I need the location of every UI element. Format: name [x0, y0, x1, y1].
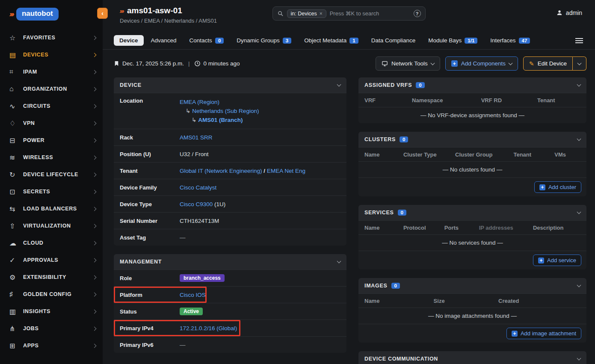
sidebar-item-load-balancers[interactable]: ⇆ LOAD BALANCERS — [0, 200, 103, 217]
chevron-right-icon — [92, 87, 97, 91]
chevron-right-icon — [92, 172, 97, 177]
edit-device-label: Edit Device — [538, 60, 567, 67]
global-search-input[interactable]: in: Devices × Press ⌘K to search ? — [272, 6, 426, 21]
tab-dynamic-groups[interactable]: Dynamic Groups 3 — [231, 35, 297, 46]
column-header[interactable]: VMs — [554, 151, 580, 158]
sidebar-item-circuits[interactable]: ∿ CIRCUITS — [0, 98, 103, 115]
primary-ipv4-link[interactable]: 172.21.0.2/16 — [180, 325, 215, 331]
row-label: Status — [120, 308, 180, 315]
user-menu[interactable]: admin — [556, 9, 582, 16]
services-panel-header[interactable]: SERVICES 0 — [358, 205, 586, 220]
bookmark-icon[interactable] — [114, 60, 119, 67]
sidebar-item-extensibility[interactable]: ⚙ EXTENSIBILITY — [0, 269, 103, 286]
device-communication-panel-header[interactable]: DEVICE COMMUNICATION — [358, 351, 586, 364]
column-header[interactable]: Name — [364, 225, 403, 231]
sidebar-item-device-lifecycle[interactable]: ↻ DEVICE LIFECYCLE — [0, 166, 103, 183]
tenant-group-link[interactable]: Global IT (Network Engineering) — [180, 168, 262, 174]
tab-label: Module Bays — [428, 37, 462, 44]
add-components-button[interactable]: + Add Components — [445, 56, 518, 71]
column-header[interactable]: Created — [498, 298, 580, 304]
tenant-link[interactable]: EMEA Net Eng — [267, 168, 305, 174]
plus-icon: + — [538, 257, 544, 263]
column-header[interactable]: Description — [533, 225, 580, 231]
column-header[interactable]: Name — [364, 151, 403, 158]
tab-object-metadata[interactable]: Object Metadata 1 — [299, 35, 364, 46]
nautobot-logo[interactable]: ››› nautobot — [0, 0, 103, 27]
column-header[interactable]: Namespace — [412, 97, 481, 104]
tab-label: Data Compliance — [371, 37, 416, 44]
column-header[interactable]: Ports — [444, 225, 479, 231]
sidebar-item-cloud[interactable]: ☁ CLOUD — [0, 234, 103, 252]
object-toolbar: Dec. 17, 2025 5:26 p.m. | 0 minutes ago … — [114, 56, 586, 71]
tab-contacts[interactable]: Contacts 0 — [184, 35, 230, 46]
sidebar-item-virtualization[interactable]: ⇧ VIRTUALIZATION — [0, 217, 103, 234]
add-cluster-button[interactable]: + Add cluster — [534, 181, 581, 193]
tab-advanced[interactable]: Advanced — [145, 35, 182, 46]
edit-device-button[interactable]: ✎ Edit Device — [523, 56, 573, 71]
add-image-attachment-label: Add image attachment — [521, 330, 576, 337]
column-header[interactable]: Cluster Type — [403, 151, 455, 158]
column-header[interactable]: Size — [434, 298, 499, 304]
tab-device[interactable]: Device — [114, 35, 144, 46]
assigned-vrfs-panel-header[interactable]: ASSIGNED VRFS 0 — [358, 77, 586, 93]
tab-overflow-menu-icon[interactable] — [575, 40, 583, 41]
column-header[interactable]: VRF RD — [481, 97, 537, 104]
column-header[interactable]: Protocol — [403, 225, 444, 231]
network-tools-button[interactable]: Network Tools — [376, 56, 440, 71]
clusters-panel-header[interactable]: CLUSTERS 0 — [358, 132, 586, 147]
device-panel: DEVICE Location EMEA (Region) ↳Netherlan… — [114, 77, 346, 246]
images-panel-header[interactable]: IMAGES 0 — [358, 278, 586, 293]
add-service-button[interactable]: + Add service — [533, 255, 581, 266]
region-link[interactable]: EMEA (Region) — [180, 99, 219, 105]
rack-row: Rack AMS01 SRR — [114, 129, 346, 145]
sidebar-item-label: EXTENSIBILITY — [23, 274, 93, 280]
subregion-link[interactable]: Netherlands (Sub Region) — [192, 108, 259, 114]
device-panel-header[interactable]: DEVICE — [114, 77, 346, 93]
sidebar-item-apps[interactable]: ⊞ APPS — [0, 337, 103, 354]
search-filter-chip[interactable]: in: Devices × — [287, 9, 326, 18]
column-header[interactable]: Tenant — [537, 97, 580, 104]
device-type-row: Device Type Cisco C9300 (1U) — [114, 195, 346, 212]
sidebar-item-devices[interactable]: ▤ DEVICES — [0, 46, 103, 63]
close-icon[interactable]: × — [320, 11, 323, 17]
column-header[interactable]: VRF — [364, 97, 412, 104]
edit-device-dropdown-button[interactable] — [573, 56, 586, 71]
sidebar-item-ipam[interactable]: ⌗ IPAM — [0, 63, 103, 80]
sidebar-item-power[interactable]: ⊟ POWER — [0, 132, 103, 149]
management-panel-header[interactable]: MANAGEMENT — [114, 254, 346, 269]
chevron-down-icon — [577, 61, 582, 65]
sidebar-item-secrets[interactable]: ⊡ SECRETS — [0, 183, 103, 200]
chevron-down-icon — [577, 210, 581, 214]
column-header[interactable]: Name — [364, 298, 434, 304]
add-image-attachment-button[interactable]: + Add image attachment — [506, 328, 581, 339]
tab-interfaces[interactable]: Interfaces 47 — [485, 35, 536, 46]
tab-data-compliance[interactable]: Data Compliance — [366, 35, 421, 46]
rack-link[interactable]: AMS01 SRR — [180, 134, 213, 141]
sidebar-item-insights[interactable]: ▥ INSIGHTS — [0, 303, 103, 320]
platform-link[interactable]: Cisco IOS — [180, 292, 206, 298]
sidebar-item-wireless[interactable]: ≋ WIRELESS — [0, 149, 103, 166]
column-header[interactable]: Cluster Group — [455, 151, 513, 158]
device-type-link[interactable]: Cisco C9300 — [180, 201, 213, 207]
sidebar-collapse-button[interactable]: ‹ — [97, 8, 108, 19]
server-stack-icon: ▤ — [9, 51, 21, 59]
sidebar-item-golden-config[interactable]: ♯ GOLDEN CONFIG — [0, 286, 103, 303]
clusters-empty-state: — No clusters found — — [358, 161, 586, 178]
help-icon[interactable]: ? — [414, 10, 421, 17]
tab-module-bays[interactable]: Module Bays 1/1 — [423, 35, 483, 46]
sidebar-item-approvals[interactable]: ✓ APPROVALS — [0, 252, 103, 269]
branch-link[interactable]: AMS01 (Branch) — [198, 117, 243, 123]
sidebar-item-jobs[interactable]: ⋔ JOBS — [0, 320, 103, 337]
namespace-link[interactable]: (Global) — [216, 325, 237, 331]
sidebar-item-favorites[interactable]: ☆ FAVORITES — [0, 29, 103, 46]
sidebar-item-vpn[interactable]: ♢ VPN — [0, 115, 103, 132]
device-family-link[interactable]: Cisco Catalyst — [180, 184, 216, 191]
column-header[interactable]: Tenant — [513, 151, 554, 158]
sidebar-nav: ☆ FAVORITES ▤ DEVICES ⌗ IPAM ⌂ ORGANIZAT… — [0, 27, 103, 364]
role-badge[interactable]: branch_access — [180, 274, 225, 282]
sidebar-item-organization[interactable]: ⌂ ORGANIZATION — [0, 80, 103, 98]
row-label: Device Type — [120, 201, 180, 207]
status-badge[interactable]: Active — [180, 308, 203, 315]
breadcrumb[interactable]: Devices / EMEA / Netherlands / AMS01 — [120, 18, 217, 24]
sidebar-item-label: POWER — [23, 137, 93, 143]
